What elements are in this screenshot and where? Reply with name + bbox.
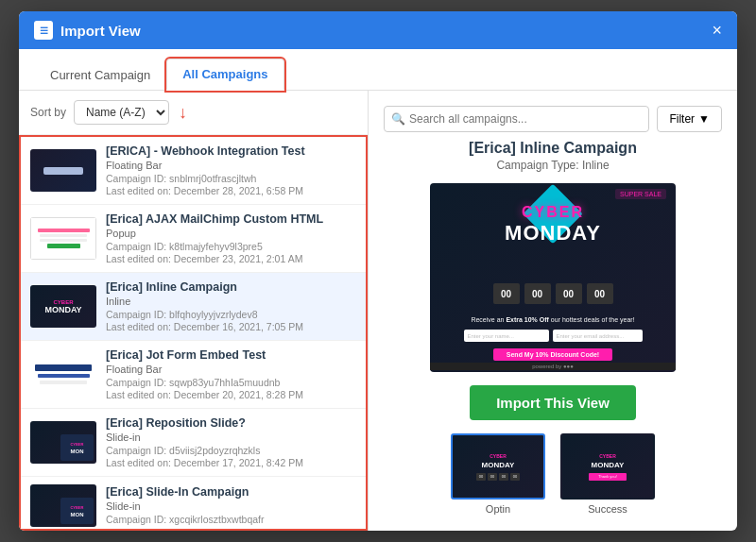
variant-success[interactable]: CYBER MONDAY Thank you! Success [560, 433, 655, 515]
modal-title: Import View [60, 23, 141, 39]
powered-by: powered by ●●● [430, 363, 676, 370]
tab-current-campaign[interactable]: Current Campaign [34, 59, 166, 91]
count-box-hours: 00 [493, 283, 520, 304]
campaign-date: Last edited on: December 20, 2021, 8:28 … [106, 389, 356, 400]
close-button[interactable]: × [712, 22, 722, 39]
optin-label: Optin [486, 503, 510, 515]
list-item[interactable]: [Erica] AJAX MailChimp Custom HTML Popup… [21, 205, 366, 273]
list-item[interactable]: CYBER MONDAY [Erica] Inline Campaign Inl… [21, 273, 366, 341]
count-box-ms: 00 [587, 283, 613, 304]
campaign-date: Last edited on: December 23, 2021, 2:01 … [106, 253, 356, 264]
email-input-preview: Enter your email address... [553, 330, 643, 342]
campaign-name: [Erica] Slide-In Campaign [106, 485, 356, 499]
campaign-date: Last edited on: December 28, 2021, 6:58 … [106, 185, 356, 196]
preview-campaign-type: Campaign Type: Inline [496, 159, 609, 172]
search-wrap: 🔍 [384, 106, 649, 132]
campaign-type: Slide-in [106, 500, 356, 512]
campaign-id: Campaign ID: sqwp83yu7hhIa5muudnb [106, 377, 356, 388]
campaign-id: Campaign ID: k8tlmajyfehyv9l3pre5 [106, 241, 356, 252]
campaign-thumbnail [30, 353, 96, 396]
campaign-name: [Erica] AJAX MailChimp Custom HTML [106, 212, 356, 226]
variant-optin[interactable]: CYBER MONDAY 00 00 00 00 Optin [451, 433, 545, 515]
preview-variants: CYBER MONDAY 00 00 00 00 Optin [451, 433, 655, 515]
super-sale-badge: SUPER SALE [615, 189, 666, 199]
campaign-info: [Erica] Slide-In Campaign Slide-in Campa… [106, 485, 356, 526]
sort-label: Sort by [30, 106, 66, 119]
search-icon: 🔍 [391, 112, 405, 126]
campaign-type: Slide-in [106, 432, 356, 443]
import-view-modal: ☰ Import View × Current Campaign All Cam… [19, 11, 737, 531]
campaign-thumbnail: CYBER MON [30, 421, 96, 464]
modal-overlay: ☰ Import View × Current Campaign All Cam… [0, 0, 756, 542]
success-label: Success [588, 503, 627, 515]
campaign-name: [Erica] Inline Campaign [106, 280, 356, 294]
campaign-thumbnail: CYBER MON [30, 484, 96, 527]
campaign-list: [ERICA] - Webhook Integration Test Float… [19, 135, 368, 531]
campaign-info: [ERICA] - Webhook Integration Test Float… [106, 144, 356, 196]
campaign-thumbnail: CYBER MONDAY [30, 285, 96, 328]
count-box-seconds: 00 [556, 283, 582, 304]
campaign-thumbnail [30, 149, 96, 192]
campaign-info: [Erica] Inline Campaign Inline Campaign … [106, 280, 356, 332]
filter-button[interactable]: Filter ▼ [657, 106, 722, 132]
monday-text: MONDAY [430, 221, 676, 246]
down-arrow-icon: ↓ [179, 103, 187, 123]
modal-header-left: ☰ Import View [34, 21, 141, 40]
search-filter-area: 🔍 Filter ▼ [384, 106, 722, 132]
filter-label: Filter [669, 112, 695, 126]
left-panel: Sort by Name (A-Z) Name (Z-A) Last Edite… [19, 91, 369, 531]
modal-header: ☰ Import View × [19, 11, 737, 49]
name-input-preview: Enter your name... [464, 330, 549, 342]
campaign-thumbnail [30, 217, 96, 260]
list-item[interactable]: CYBER MON [Erica] Reposition Slide? Slid… [21, 409, 366, 477]
campaign-id: Campaign ID: blfqhoylyyjvzrlydev8 [106, 309, 356, 320]
campaign-info: [Erica] Jot Form Embed Test Floating Bar… [106, 348, 356, 400]
campaign-name: [Erica] Reposition Slide? [106, 416, 356, 430]
sort-bar: Sort by Name (A-Z) Name (Z-A) Last Edite… [19, 91, 368, 135]
campaign-name: [ERICA] - Webhook Integration Test [106, 144, 356, 158]
list-item[interactable]: CYBER MON [Erica] Slide-In Campaign Slid… [21, 477, 366, 531]
success-thumb: CYBER MONDAY Thank you! [560, 433, 655, 500]
modal-body: Sort by Name (A-Z) Name (Z-A) Last Edite… [19, 91, 737, 531]
campaign-type: Popup [106, 228, 356, 239]
preview-campaign-name: [Erica] Inline Campaign [469, 140, 637, 157]
campaign-date: Last edited on: December 16, 2021, 7:05 … [106, 321, 356, 332]
modal-tabs: Current Campaign All Campaigns [19, 49, 737, 91]
list-item[interactable]: [Erica] Jot Form Embed Test Floating Bar… [21, 341, 366, 409]
campaign-id: Campaign ID: snblmrj0otfrascjltwh [106, 173, 356, 184]
input-row: Enter your name... Enter your email addr… [464, 330, 643, 342]
campaign-preview-image: SUPER SALE CYBER MONDAY 00 00 00 00 [430, 183, 676, 372]
count-box-minutes: 00 [524, 283, 551, 304]
campaign-date: Last edited on: December 17, 2021, 8:42 … [106, 457, 356, 468]
search-input[interactable] [384, 106, 649, 132]
list-item[interactable]: [ERICA] - Webhook Integration Test Float… [21, 137, 366, 205]
campaign-name: [Erica] Jot Form Embed Test [106, 348, 356, 362]
campaign-type: Floating Bar [106, 364, 356, 375]
cyber-text: CYBER [430, 204, 676, 221]
chevron-down-icon: ▼ [698, 112, 710, 126]
campaign-info: [Erica] AJAX MailChimp Custom HTML Popup… [106, 212, 356, 264]
tab-all-campaigns[interactable]: All Campaigns [166, 59, 284, 91]
cta-button-preview: Send My 10% Discount Code! [493, 348, 612, 361]
import-button[interactable]: Import This View [470, 385, 636, 420]
modal-icon: ☰ [34, 21, 53, 40]
campaign-info: [Erica] Reposition Slide? Slide-in Campa… [106, 416, 356, 468]
campaign-id: Campaign ID: xgcqikrlosztbxwtbqafr [106, 514, 356, 525]
optin-thumb: CYBER MONDAY 00 00 00 00 [451, 433, 545, 500]
sort-select[interactable]: Name (A-Z) Name (Z-A) Last Edited [74, 100, 169, 125]
countdown-row: 00 00 00 00 [493, 283, 613, 304]
campaign-type: Floating Bar [106, 160, 356, 171]
right-panel: 🔍 Filter ▼ [Erica] Inline Campaign Campa… [369, 91, 737, 531]
cyber-text-area: CYBER MONDAY [430, 204, 676, 246]
campaign-type: Inline [106, 296, 356, 307]
offer-text: Receive an Extra 10% Off our hottest dea… [452, 316, 653, 323]
campaign-id: Campaign ID: d5viisj2pdoyzrqhzkls [106, 445, 356, 456]
